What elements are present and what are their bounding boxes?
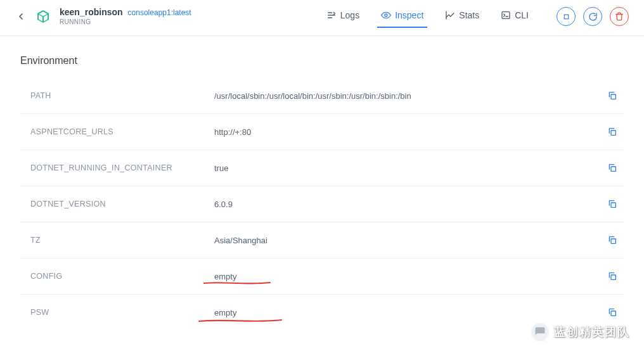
svg-rect-5 <box>502 12 510 19</box>
svg-rect-13 <box>611 275 615 279</box>
header-left: keen_robinson consoleapp1:latest RUNNING <box>15 7 191 26</box>
env-key: CONFIG <box>30 272 214 281</box>
env-row: ASPNETCORE_URLS http://+:80 <box>20 114 624 150</box>
copy-button[interactable] <box>606 306 619 319</box>
restart-button[interactable] <box>583 7 602 26</box>
annotation-underline-icon <box>198 317 283 324</box>
env-row: TZ Asia/Shanghai <box>20 222 624 258</box>
terminal-icon <box>501 10 511 20</box>
svg-rect-8 <box>611 94 615 99</box>
svg-rect-9 <box>611 131 615 135</box>
tab-cli[interactable]: CLI <box>492 6 538 27</box>
copy-icon <box>607 271 617 281</box>
copy-button[interactable] <box>606 125 619 138</box>
env-key: PSW <box>30 308 214 317</box>
content: Environment PATH /usr/local/sbin:/usr/lo… <box>0 36 644 330</box>
svg-rect-14 <box>611 311 615 316</box>
section-title: Environment <box>20 55 624 67</box>
env-value: 6.0.9 <box>214 200 606 209</box>
svg-rect-7 <box>564 15 569 19</box>
header-right: Logs Inspect Stats CLI <box>318 6 629 27</box>
copy-icon <box>607 235 617 245</box>
status-label: RUNNING <box>60 18 191 26</box>
env-row: DOTNET_VERSION 6.0.9 <box>20 186 624 222</box>
copy-button[interactable] <box>606 270 619 283</box>
env-key: DOTNET_RUNNING_IN_CONTAINER <box>30 163 214 172</box>
page-header: keen_robinson consoleapp1:latest RUNNING… <box>0 0 644 36</box>
container-name: keen_robinson <box>60 7 123 18</box>
back-button[interactable] <box>15 11 27 22</box>
svg-point-3 <box>385 14 387 16</box>
env-key: DOTNET_VERSION <box>30 200 214 208</box>
svg-rect-11 <box>611 203 615 207</box>
copy-icon <box>607 91 617 101</box>
env-table: PATH /usr/local/sbin:/usr/local/bin:/usr… <box>20 78 624 330</box>
env-key: PATH <box>30 91 214 100</box>
env-value-text: empty <box>214 272 236 281</box>
stats-icon <box>445 10 455 20</box>
stop-button[interactable] <box>557 7 576 26</box>
delete-button[interactable] <box>610 7 629 26</box>
tab-stats[interactable]: Stats <box>436 6 488 27</box>
copy-button[interactable] <box>606 162 619 174</box>
container-icon <box>35 9 51 24</box>
env-row: CONFIG empty <box>20 258 624 295</box>
chevron-left-icon <box>16 11 26 22</box>
env-row: PATH /usr/local/sbin:/usr/local/bin:/usr… <box>20 78 624 114</box>
env-value: http://+:80 <box>214 127 606 137</box>
restart-icon <box>588 12 598 22</box>
env-row: PSW empty <box>20 295 624 330</box>
image-tag-link[interactable]: consoleapp1:latest <box>128 8 191 17</box>
tab-label: CLI <box>515 10 529 20</box>
env-key: ASPNETCORE_URLS <box>30 127 214 136</box>
copy-icon <box>607 163 617 173</box>
svg-rect-10 <box>611 167 615 171</box>
copy-button[interactable] <box>606 89 619 102</box>
trash-icon <box>615 12 624 21</box>
env-value: empty <box>214 308 606 317</box>
eye-icon <box>381 10 391 20</box>
env-value: /usr/local/sbin:/usr/local/bin:/usr/sbin… <box>214 91 606 101</box>
copy-button[interactable] <box>606 234 619 246</box>
tabs: Logs Inspect Stats CLI <box>318 6 538 27</box>
tab-label: Stats <box>459 10 479 20</box>
copy-icon <box>607 199 617 209</box>
tab-label: Logs <box>340 10 359 20</box>
copy-icon <box>607 127 617 137</box>
tab-logs[interactable]: Logs <box>318 6 368 27</box>
env-value-text: empty <box>214 308 236 317</box>
env-value: empty <box>214 272 606 281</box>
title-block: keen_robinson consoleapp1:latest RUNNING <box>60 7 191 26</box>
tab-label: Inspect <box>395 10 423 20</box>
logs-icon <box>326 10 337 20</box>
tab-inspect[interactable]: Inspect <box>372 6 432 27</box>
env-row: DOTNET_RUNNING_IN_CONTAINER true <box>20 150 624 186</box>
svg-rect-12 <box>611 239 615 243</box>
copy-icon <box>607 307 617 317</box>
annotation-underline-icon <box>203 280 271 286</box>
copy-button[interactable] <box>606 198 619 210</box>
env-value: Asia/Shanghai <box>214 236 606 245</box>
env-key: TZ <box>30 236 214 245</box>
env-value: true <box>214 163 606 173</box>
stop-icon <box>562 13 570 21</box>
